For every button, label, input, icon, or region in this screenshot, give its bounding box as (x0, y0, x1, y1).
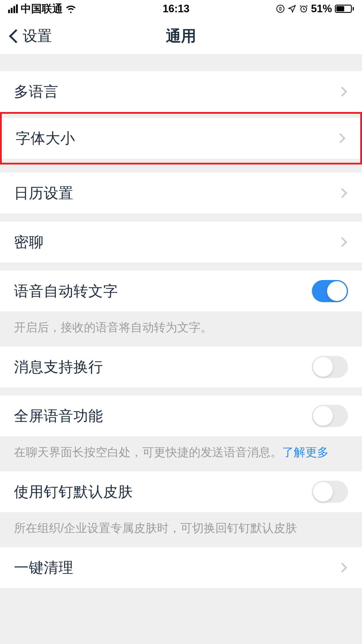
row-label-cleanup: 一键清理 (14, 558, 73, 578)
row-cleanup[interactable]: 一键清理 (0, 547, 362, 588)
nav-bar: 设置 通用 (0, 18, 362, 55)
row-label-multiline-msg: 消息支持换行 (14, 357, 103, 377)
chevron-right-icon (337, 87, 347, 97)
row-label-voice-to-text: 语音自动转文字 (14, 281, 118, 301)
desc-fullscreen-voice-text: 在聊天界面长按空白处，可更快捷的发送语音消息。 (14, 446, 282, 459)
row-language[interactable]: 多语言 (0, 71, 362, 112)
location-icon (288, 4, 296, 13)
carrier-label: 中国联通 (21, 2, 63, 16)
row-fullscreen-voice: 全屏语音功能 (0, 396, 362, 436)
chevron-right-icon (335, 133, 345, 143)
row-font-size[interactable]: 字体大小 (2, 118, 360, 159)
battery-icon (335, 5, 354, 13)
status-left: 中国联通 (8, 2, 76, 16)
highlight-font-size: 字体大小 (0, 112, 362, 164)
desc-fullscreen-voice: 在聊天界面长按空白处，可更快捷的发送语音消息。了解更多 (0, 436, 362, 471)
desc-voice-to-text: 开启后，接收的语音将自动转为文字。 (0, 312, 362, 346)
back-button[interactable]: 设置 (0, 26, 52, 46)
svg-point-0 (277, 5, 284, 13)
row-secret-chat[interactable]: 密聊 (0, 222, 362, 262)
row-label-language: 多语言 (14, 82, 59, 102)
back-label: 设置 (23, 26, 52, 46)
row-label-calendar: 日历设置 (14, 183, 73, 203)
chevron-right-icon (337, 237, 347, 247)
page-title: 通用 (166, 26, 196, 46)
signal-icon (8, 4, 18, 13)
battery-percent: 51% (311, 3, 332, 15)
toggle-fullscreen-voice[interactable] (312, 405, 348, 427)
row-multiline-msg: 消息支持换行 (0, 346, 362, 387)
status-right: 51% (276, 3, 354, 15)
row-label-font-size: 字体大小 (16, 129, 75, 148)
toggle-default-skin[interactable] (312, 481, 348, 503)
chevron-right-icon (337, 188, 347, 198)
toggle-voice-to-text[interactable] (312, 280, 348, 302)
toggle-multiline-msg[interactable] (312, 356, 348, 378)
chevron-left-icon (9, 29, 23, 43)
alarm-icon (299, 4, 308, 13)
status-bar: 中国联通 16:13 51% (0, 0, 362, 18)
row-calendar[interactable]: 日历设置 (0, 173, 362, 214)
row-default-skin: 使用钉钉默认皮肤 (0, 471, 362, 512)
row-voice-to-text: 语音自动转文字 (0, 271, 362, 312)
row-label-fullscreen-voice: 全屏语音功能 (14, 406, 103, 426)
row-label-secret-chat: 密聊 (14, 232, 44, 252)
status-time: 16:13 (163, 3, 189, 15)
desc-default-skin: 所在组织/企业设置专属皮肤时，可切换回钉钉默认皮肤 (0, 512, 362, 547)
wifi-icon (66, 4, 76, 14)
row-label-default-skin: 使用钉钉默认皮肤 (14, 482, 133, 502)
chevron-right-icon (337, 563, 347, 573)
link-learn-more[interactable]: 了解更多 (282, 446, 329, 459)
orientation-lock-icon (276, 4, 285, 13)
